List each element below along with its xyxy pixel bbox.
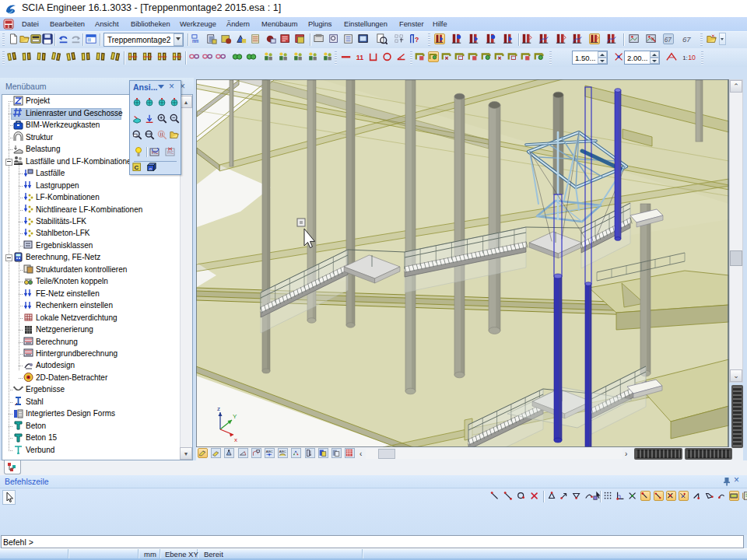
svg-text:Y: Y xyxy=(233,413,237,420)
svg-text:z: z xyxy=(217,405,220,412)
svg-text:ABC: ABC xyxy=(266,450,273,453)
svg-text:mm: mm xyxy=(192,38,198,44)
svg-text:x: x xyxy=(234,436,237,443)
svg-text:PIC: PIC xyxy=(167,150,174,155)
svg-text:ABC: ABC xyxy=(279,450,286,453)
svg-text:C: C xyxy=(135,164,139,171)
svg-text:67: 67 xyxy=(682,35,691,44)
svg-text:1:: 1: xyxy=(682,54,688,61)
svg-text:?: ? xyxy=(415,36,419,44)
svg-text:11: 11 xyxy=(356,54,363,61)
svg-text:10: 10 xyxy=(688,54,696,61)
svg-text:67: 67 xyxy=(665,37,672,44)
